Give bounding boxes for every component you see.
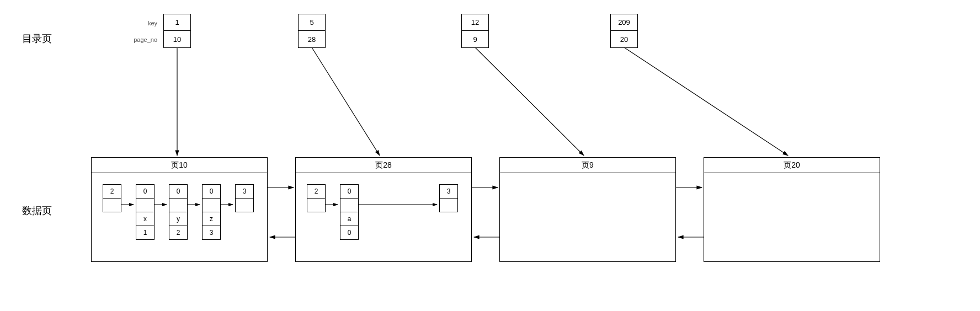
data-page-title: 页28 (296, 158, 471, 173)
directory-row-label: 目录页 (22, 32, 52, 45)
cell (169, 198, 188, 212)
cell: 3 (439, 184, 458, 199)
directory-entry-3: 209 20 (610, 14, 638, 48)
data-page-title: 页9 (500, 158, 675, 173)
dir-page-no: 20 (611, 31, 637, 47)
cell: 0 (340, 184, 359, 199)
arrow-dir-to-page (312, 47, 380, 156)
cell (439, 198, 458, 212)
dir-page-no: 28 (299, 31, 325, 47)
cell (202, 198, 221, 212)
cell: 2 (169, 226, 188, 240)
arrow-dir-to-page (624, 47, 788, 156)
cell (340, 198, 359, 212)
dir-key: 5 (299, 14, 325, 31)
record-col: 2 (103, 184, 121, 212)
data-page-0: 页10 2 0 x 1 0 y 2 0 z 3 3 (91, 157, 268, 262)
record-col: 2 (307, 184, 326, 212)
cell: 0 (169, 184, 188, 199)
key-field-label: key (130, 20, 157, 26)
cell (235, 198, 254, 212)
cell: 3 (235, 184, 254, 199)
cell: a (340, 212, 359, 226)
directory-entry-0: 1 10 (163, 14, 191, 48)
cell: 1 (136, 226, 155, 240)
record-col: 0 a 0 (340, 184, 359, 240)
dir-key: 1 (164, 14, 190, 31)
cell: y (169, 212, 188, 226)
cell (136, 198, 155, 212)
cell: 0 (340, 226, 359, 240)
directory-entry-2: 12 9 (461, 14, 489, 48)
arrow-dir-to-page (475, 47, 584, 156)
cell: 0 (202, 184, 221, 199)
cell: x (136, 212, 155, 226)
record-col: 3 (235, 184, 254, 212)
cell (307, 198, 326, 212)
directory-entry-1: 5 28 (298, 14, 326, 48)
cell (103, 198, 121, 212)
record-col: 0 y 2 (169, 184, 188, 240)
data-page-title: 页10 (92, 158, 267, 173)
data-row-label: 数据页 (22, 204, 52, 217)
record-col: 3 (439, 184, 458, 212)
record-col: 0 x 1 (136, 184, 155, 240)
cell: 2 (103, 184, 121, 199)
cell: 3 (202, 226, 221, 240)
dir-page-no: 9 (462, 31, 488, 47)
cell: z (202, 212, 221, 226)
page-no-field-label: page_no (130, 36, 157, 43)
cell: 2 (307, 184, 326, 199)
record-col: 0 z 3 (202, 184, 221, 240)
data-page-title: 页20 (704, 158, 880, 173)
dir-page-no: 10 (164, 31, 190, 47)
data-page-2: 页9 (499, 157, 676, 262)
dir-key: 12 (462, 14, 488, 31)
data-page-1: 页28 2 0 a 0 3 (295, 157, 472, 262)
data-page-3: 页20 (704, 157, 880, 262)
dir-key: 209 (611, 14, 637, 31)
cell: 0 (136, 184, 155, 199)
arrows-layer (0, 0, 980, 311)
